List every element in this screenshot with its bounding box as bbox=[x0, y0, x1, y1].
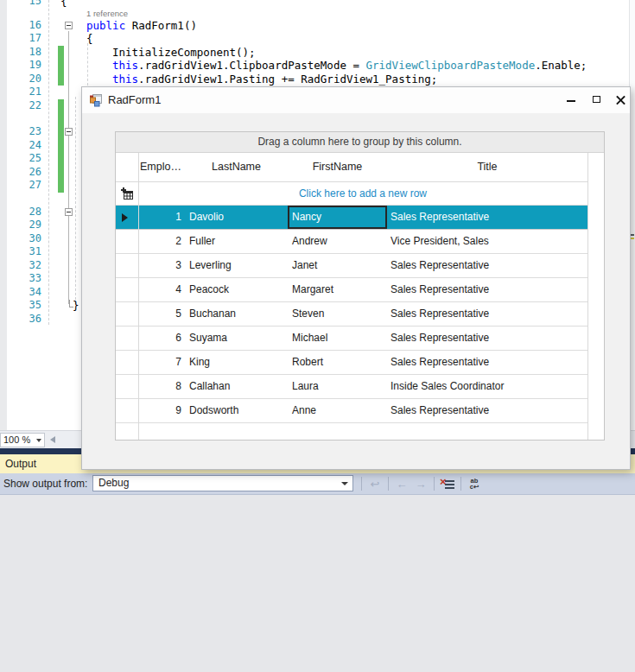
cell-first-name[interactable]: Anne bbox=[288, 399, 387, 422]
cell-first-name[interactable]: Michael bbox=[288, 326, 387, 350]
header-last-name[interactable]: LastName bbox=[185, 153, 288, 181]
close-button[interactable] bbox=[614, 93, 628, 107]
cell-last-name[interactable]: King bbox=[185, 351, 288, 374]
cell-first-name[interactable]: Janet bbox=[288, 254, 387, 277]
changed-line-marker bbox=[58, 46, 64, 60]
line-number: 30 bbox=[0, 232, 41, 246]
cell-employee-id[interactable]: 8 bbox=[138, 375, 185, 398]
window-titlebar[interactable]: RadForm1 bbox=[82, 87, 630, 113]
table-row[interactable]: 8 Callahan Laura Inside Sales Coordinato… bbox=[116, 375, 587, 399]
grid-rows: 1 Davolio Nancy Sales Representative 2 F bbox=[116, 206, 587, 423]
header-title[interactable]: Title bbox=[387, 153, 587, 181]
editor-zoom-dropdown[interactable]: 100 % bbox=[0, 433, 45, 447]
cell-last-name[interactable]: Suyama bbox=[185, 326, 288, 350]
changed-line-marker bbox=[58, 179, 64, 193]
cell-employee-id[interactable]: 2 bbox=[138, 230, 185, 253]
line-number: 34 bbox=[0, 286, 41, 300]
cell-title[interactable]: Sales Representative bbox=[387, 399, 587, 422]
changed-line-marker bbox=[58, 166, 64, 180]
toolbar-separator[interactable] bbox=[434, 477, 435, 491]
cell-title[interactable]: Inside Sales Coordinator bbox=[387, 375, 587, 398]
fold-toggle-icon[interactable] bbox=[65, 22, 73, 29]
cell-title[interactable]: Sales Representative bbox=[387, 302, 587, 326]
cell-employee-id[interactable]: 9 bbox=[138, 399, 185, 422]
cell-employee-id[interactable]: 7 bbox=[138, 351, 185, 374]
grid-header-row: Emplo… LastName FirstName Title bbox=[116, 153, 587, 181]
line-number: 15 bbox=[0, 0, 41, 9]
scroll-left-arrow-icon[interactable] bbox=[50, 436, 55, 443]
table-row[interactable]: 1 Davolio Nancy Sales Representative bbox=[116, 206, 587, 230]
toolbar-separator[interactable] bbox=[460, 477, 461, 491]
line-number: 25 bbox=[0, 152, 41, 166]
cell-last-name[interactable]: Callahan bbox=[185, 375, 288, 398]
header-indicator-cell bbox=[116, 153, 138, 181]
fold-toggle-icon[interactable] bbox=[65, 128, 73, 136]
cell-title[interactable]: Vice President, Sales bbox=[387, 230, 587, 253]
table-row[interactable]: 2 Fuller Andrew Vice President, Sales bbox=[116, 230, 587, 254]
table-row[interactable]: 5 Buchanan Steven Sales Representative bbox=[116, 302, 587, 326]
clear-all-icon[interactable]: × bbox=[439, 476, 456, 491]
code-line: 19 this.radGridView1.ClipboardPasteMode … bbox=[0, 59, 635, 73]
cell-last-name[interactable]: Fuller bbox=[185, 230, 288, 253]
scrollbar-caret-mark bbox=[631, 234, 634, 236]
toolbar-separator[interactable] bbox=[361, 477, 362, 491]
output-panel-body bbox=[0, 495, 635, 672]
table-row[interactable]: 9 Dodsworth Anne Sales Representative bbox=[116, 399, 587, 423]
changed-line-marker bbox=[58, 99, 64, 113]
toolbar-separator[interactable] bbox=[388, 477, 389, 491]
row-indicator-cell bbox=[116, 351, 138, 374]
row-indicator-cell bbox=[116, 254, 138, 277]
cell-title[interactable]: Sales Representative bbox=[387, 206, 587, 229]
table-row[interactable]: 6 Suyama Michael Sales Representative bbox=[116, 326, 587, 351]
word-wrap-icon[interactable]: ab c↩ bbox=[466, 476, 483, 491]
cell-last-name[interactable]: Dodsworth bbox=[185, 399, 288, 422]
header-first-name[interactable]: FirstName bbox=[288, 153, 387, 181]
cell-title[interactable]: Sales Representative bbox=[387, 326, 587, 350]
cell-employee-id[interactable]: 5 bbox=[138, 302, 185, 326]
changed-line-marker bbox=[58, 139, 64, 153]
cell-last-name[interactable]: Peacock bbox=[185, 278, 288, 301]
cell-title[interactable]: Sales Representative bbox=[387, 351, 587, 374]
output-source-dropdown[interactable]: Debug bbox=[92, 475, 353, 491]
cell-title[interactable]: Sales Representative bbox=[387, 254, 587, 277]
output-toolbar: Show output from: Debug ↩ bbox=[0, 473, 635, 495]
code-text: { bbox=[60, 0, 67, 9]
line-number: 21 bbox=[0, 86, 41, 99]
cell-employee-id[interactable]: 3 bbox=[138, 254, 185, 277]
next-message-icon[interactable]: → bbox=[412, 476, 429, 491]
cell-first-name[interactable]: Steven bbox=[288, 302, 387, 326]
fold-toggle-icon[interactable] bbox=[65, 208, 73, 216]
add-new-row-link[interactable]: Click here to add a new row bbox=[138, 182, 587, 205]
table-row[interactable]: 7 King Robert Sales Representative bbox=[116, 351, 587, 375]
code-line: 20 this.radGridView1.Pasting += RadGridV… bbox=[0, 73, 635, 86]
cell-first-name[interactable]: Robert bbox=[288, 351, 387, 374]
line-number: 23 bbox=[0, 125, 41, 139]
group-by-panel[interactable]: Drag a column here to group by this colu… bbox=[116, 132, 604, 153]
header-employee-id[interactable]: Emplo… bbox=[138, 153, 185, 181]
minimize-button[interactable] bbox=[564, 93, 578, 107]
cell-last-name[interactable]: Buchanan bbox=[185, 302, 288, 326]
cell-employee-id[interactable]: 1 bbox=[138, 206, 185, 229]
cell-first-name[interactable]: Margaret bbox=[288, 278, 387, 301]
add-new-row-icon bbox=[121, 187, 134, 200]
changed-line-marker bbox=[58, 152, 64, 166]
maximize-button[interactable] bbox=[590, 93, 604, 107]
cell-title[interactable]: Sales Representative bbox=[387, 278, 587, 301]
table-row[interactable]: 3 Leverling Janet Sales Representative bbox=[116, 254, 587, 278]
cell-first-name[interactable]: Andrew bbox=[288, 230, 387, 253]
line-number: 26 bbox=[0, 166, 41, 180]
output-tab-label: Output bbox=[5, 458, 36, 470]
cell-last-name[interactable]: Davolio bbox=[185, 206, 288, 229]
row-indicator-cell bbox=[116, 230, 138, 253]
goto-message-icon[interactable]: ↩ bbox=[366, 476, 384, 491]
row-indicator-cell bbox=[116, 375, 138, 398]
cell-last-name[interactable]: Leverling bbox=[185, 254, 288, 277]
previous-message-icon[interactable]: ← bbox=[393, 476, 410, 491]
add-new-row[interactable]: Click here to add a new row bbox=[116, 181, 587, 206]
cell-employee-id[interactable]: 4 bbox=[138, 278, 185, 301]
output-toolbar-icons: ↩ ← → bbox=[358, 473, 484, 494]
cell-employee-id[interactable]: 6 bbox=[138, 326, 185, 350]
cell-first-name[interactable]: Nancy bbox=[288, 206, 387, 229]
cell-first-name[interactable]: Laura bbox=[288, 375, 387, 398]
table-row[interactable]: 4 Peacock Margaret Sales Representative bbox=[116, 278, 587, 302]
